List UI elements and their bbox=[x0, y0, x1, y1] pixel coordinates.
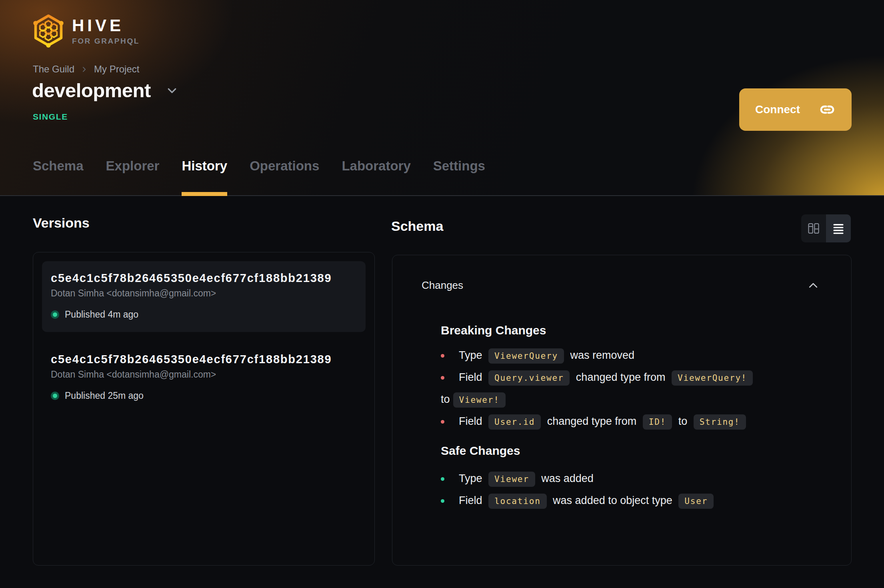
view-toggle bbox=[801, 214, 851, 242]
code-chip: Query.viewer bbox=[488, 370, 570, 386]
logo-title: HIVE bbox=[72, 17, 140, 34]
change-text: was added bbox=[538, 472, 594, 484]
version-status-label: Published 4m ago bbox=[65, 309, 138, 320]
tab-schema[interactable]: Schema bbox=[33, 158, 84, 195]
connect-button[interactable]: Connect bbox=[739, 88, 852, 131]
tab-settings[interactable]: Settings bbox=[433, 158, 485, 195]
change-item: Field User.id changed type from ID! to S… bbox=[441, 411, 810, 433]
breaking-changes-title: Breaking Changes bbox=[441, 324, 814, 337]
change-text: changed type from bbox=[573, 371, 668, 383]
safe-changes-title: Safe Changes bbox=[441, 444, 814, 458]
change-text: Field bbox=[459, 494, 485, 506]
chevron-up-icon bbox=[807, 280, 819, 292]
tab-history[interactable]: History bbox=[182, 158, 227, 195]
change-text: Field bbox=[459, 371, 485, 383]
version-item[interactable]: c5e4c1c5f78b26465350e4ecf677cf188bb21389… bbox=[42, 342, 366, 413]
version-hash: c5e4c1c5f78b26465350e4ecf677cf188bb21389 bbox=[51, 272, 357, 285]
logo-subtitle: FOR GRAPHQL bbox=[72, 37, 140, 46]
breaking-changes-list: Type ViewerQuery was removed Field Query… bbox=[441, 345, 810, 433]
code-chip: String! bbox=[694, 414, 746, 430]
code-chip: User bbox=[678, 494, 714, 509]
diff-view-button[interactable] bbox=[801, 214, 826, 242]
link-icon bbox=[819, 101, 836, 118]
list-icon bbox=[832, 222, 844, 234]
version-status: Published 25m ago bbox=[51, 390, 357, 401]
chevron-down-icon bbox=[166, 84, 178, 96]
versions-panel: c5e4c1c5f78b26465350e4ecf677cf188bb21389… bbox=[33, 252, 375, 566]
tab-operations[interactable]: Operations bbox=[250, 158, 319, 195]
chevron-right-icon bbox=[81, 66, 88, 73]
change-item: Type ViewerQuery was removed bbox=[441, 345, 810, 367]
breadcrumb: The Guild My Project bbox=[33, 64, 139, 75]
change-item: Field Query.viewer changed type from Vie… bbox=[441, 367, 810, 411]
logo-text: HIVE FOR GRAPHQL bbox=[72, 17, 140, 46]
tab-explorer[interactable]: Explorer bbox=[106, 158, 160, 195]
changes-section-header[interactable]: Changes bbox=[392, 255, 851, 292]
target-row: development bbox=[32, 79, 178, 102]
code-chip: Viewer! bbox=[453, 392, 506, 408]
hive-logo[interactable]: HIVE FOR GRAPHQL bbox=[32, 14, 140, 49]
change-text: Field bbox=[459, 415, 485, 427]
change-text: changed type from bbox=[544, 415, 640, 427]
changes-body: Breaking Changes Type ViewerQuery was re… bbox=[392, 324, 851, 512]
change-text: Type bbox=[459, 349, 485, 361]
page-title: development bbox=[32, 79, 151, 102]
hive-logo-icon bbox=[32, 14, 65, 49]
change-item: Field location was added to object type … bbox=[441, 490, 810, 512]
tab-bar: Schema Explorer History Operations Labor… bbox=[33, 158, 485, 195]
published-dot-icon bbox=[51, 310, 59, 319]
version-status-label: Published 25m ago bbox=[65, 390, 144, 401]
version-item-selected[interactable]: c5e4c1c5f78b26465350e4ecf677cf188bb21389… bbox=[42, 261, 366, 332]
code-chip: location bbox=[488, 494, 547, 509]
code-chip: User.id bbox=[488, 414, 541, 430]
connect-label: Connect bbox=[755, 103, 800, 116]
list-view-button[interactable] bbox=[826, 214, 851, 242]
breadcrumb-org[interactable]: The Guild bbox=[33, 64, 74, 75]
change-text: was removed bbox=[567, 349, 634, 361]
breadcrumb-project[interactable]: My Project bbox=[94, 64, 139, 75]
change-text: to bbox=[441, 393, 450, 405]
change-text: to bbox=[675, 415, 690, 427]
header: HIVE FOR GRAPHQL The Guild My Project de… bbox=[0, 0, 884, 196]
change-text: was added to object type bbox=[550, 494, 676, 506]
version-status: Published 4m ago bbox=[51, 309, 357, 320]
main-content: Versions c5e4c1c5f78b26465350e4ecf677cf1… bbox=[0, 197, 884, 588]
code-chip: Viewer bbox=[488, 472, 535, 487]
code-chip: ViewerQuery bbox=[488, 348, 564, 364]
change-text: Type bbox=[459, 472, 485, 484]
change-item: Type Viewer was added bbox=[441, 468, 810, 490]
schema-title: Schema bbox=[391, 218, 443, 234]
code-chip: ViewerQuery! bbox=[672, 370, 753, 386]
version-author: Dotan Simha <dotansimha@gmail.com> bbox=[51, 369, 357, 380]
changes-panel: Changes Breaking Changes Type ViewerQuer… bbox=[392, 255, 852, 566]
code-chip: ID! bbox=[643, 414, 672, 430]
version-author: Dotan Simha <dotansimha@gmail.com> bbox=[51, 288, 357, 299]
safe-changes-list: Type Viewer was added Field location was… bbox=[441, 468, 810, 512]
columns-icon bbox=[808, 222, 820, 234]
tab-laboratory[interactable]: Laboratory bbox=[342, 158, 410, 195]
changes-section-label: Changes bbox=[422, 279, 463, 292]
target-picker-button[interactable] bbox=[166, 84, 178, 96]
target-mode-badge: SINGLE bbox=[33, 112, 68, 122]
version-hash: c5e4c1c5f78b26465350e4ecf677cf188bb21389 bbox=[51, 353, 357, 366]
published-dot-icon bbox=[51, 392, 59, 400]
versions-title: Versions bbox=[33, 215, 90, 231]
